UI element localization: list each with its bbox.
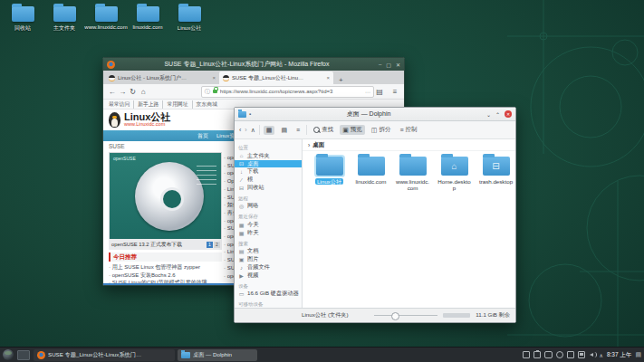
close-button[interactable]: ✕ xyxy=(396,62,400,68)
article-link[interactable]: · 用上 SUSE Linux 包管理神器 zypper xyxy=(109,263,225,272)
page-actions-icon[interactable]: ⋯ xyxy=(365,89,370,95)
places-item[interactable]: 搜索 xyxy=(235,240,302,248)
article-link[interactable]: · openSUSE 安装Bochs 2.6 xyxy=(109,272,225,280)
forward-button[interactable]: › xyxy=(245,127,246,133)
place-label: 网络 xyxy=(247,202,258,210)
folder-icon xyxy=(441,157,468,176)
places-item[interactable]: 文档 xyxy=(235,248,302,256)
places-item[interactable]: 音频文件 xyxy=(235,263,302,272)
bookmark-item[interactable]: 常用网址 xyxy=(162,100,187,109)
close-button[interactable]: ✕ xyxy=(505,110,512,118)
preview-button[interactable]: ▣预览 xyxy=(340,125,365,135)
tab-close-icon[interactable]: × xyxy=(326,75,330,81)
desktop-icon[interactable]: Linux公社 xyxy=(168,4,210,33)
promo-caption-bar: openSUSE 13.2 正式发布下载 12 xyxy=(109,239,222,250)
task-app-icon xyxy=(181,352,190,358)
desktop-icon[interactable]: www.linuxidc.com xyxy=(85,4,127,33)
application-launcher-icon[interactable] xyxy=(3,349,14,360)
tray-icon[interactable] xyxy=(544,351,553,358)
firefox-window-title: SUSE 专题_Linux公社-Linux系统门户网站 - Mozilla Fi… xyxy=(115,60,379,69)
menu-icon[interactable]: ≡ xyxy=(389,88,400,96)
places-item[interactable]: 今天 xyxy=(235,221,302,229)
places-item[interactable]: 远程 xyxy=(235,195,302,203)
library-icon[interactable]: ▤ xyxy=(374,88,385,96)
places-item[interactable]: 昨天 xyxy=(235,229,302,237)
file-item[interactable]: Home.desktop xyxy=(435,157,474,191)
place-icon xyxy=(238,177,245,183)
dolphin-titlebar[interactable]: ▪ 桌面 — Dolphin ⌄ ⌃ ✕ xyxy=(235,108,515,121)
tray-icon[interactable] xyxy=(578,351,585,358)
desktop-icon[interactable]: 主文件夹 xyxy=(43,4,85,33)
dolphin-window: ▪ 桌面 — Dolphin ⌄ ⌃ ✕ ‹ › ∧ ▦ ▤ ≡ 查找 ▣预览 … xyxy=(234,107,516,323)
maximize-button[interactable]: ▢ xyxy=(386,62,391,68)
tab-close-icon[interactable]: × xyxy=(212,75,216,81)
back-button[interactable]: ← xyxy=(107,88,117,96)
places-item[interactable]: 16.6 GiB 硬盘驱动器 xyxy=(235,291,302,299)
promo-caption[interactable]: openSUSE 13.2 正式发布下载 xyxy=(111,241,182,249)
view-icons-button[interactable]: ▦ xyxy=(264,126,275,135)
split-button[interactable]: ◫拆分 xyxy=(369,125,394,135)
places-item[interactable]: 位置 xyxy=(235,144,302,152)
places-item[interactable]: 下载 xyxy=(235,167,302,176)
forward-button[interactable]: → xyxy=(117,88,127,96)
minimize-button[interactable]: ⌄ xyxy=(486,111,491,118)
promo-image[interactable]: openSUSE xyxy=(109,152,222,241)
file-item[interactable]: www.linuxidc.com xyxy=(393,157,432,191)
panel-cashew-icon[interactable]: ▤ xyxy=(635,351,641,358)
virtual-desktop-pager[interactable] xyxy=(17,350,30,360)
pager-button[interactable]: 1 xyxy=(207,242,213,248)
view-compact-button[interactable]: ▤ xyxy=(278,126,290,135)
places-item[interactable]: 最近保存 xyxy=(235,213,302,221)
view-details-button[interactable]: ≡ xyxy=(293,126,303,134)
tray-icon[interactable] xyxy=(533,351,541,358)
site-info-icon[interactable]: ⓘ xyxy=(205,88,210,96)
home-button[interactable]: ⌂ xyxy=(138,88,148,96)
file-item[interactable]: Linux公社 xyxy=(310,157,349,185)
file-label: trash.desktop xyxy=(477,178,514,185)
clock[interactable]: 8:37 上午 xyxy=(607,351,631,359)
file-item[interactable]: linuxidc.com xyxy=(351,157,390,185)
desktop-icon[interactable]: 回收站 xyxy=(2,4,43,33)
pager-button[interactable]: 2 xyxy=(214,242,220,248)
places-item[interactable]: 主文件夹 xyxy=(235,152,302,160)
slider-knob[interactable] xyxy=(391,312,399,320)
bookmark-item[interactable]: 新手上路 xyxy=(133,100,159,109)
places-item[interactable]: 视频 xyxy=(235,272,302,280)
places-item[interactable]: 根 xyxy=(235,176,302,184)
up-button[interactable]: ∧ xyxy=(251,127,255,134)
tray-icon[interactable] xyxy=(589,351,596,358)
tray-icon[interactable] xyxy=(556,351,563,358)
places-item[interactable]: 网络 xyxy=(235,203,302,211)
maximize-button[interactable]: ⌃ xyxy=(495,111,500,118)
places-item[interactable]: 回收站 xyxy=(235,184,302,192)
task-button[interactable]: 桌面 — Dolphin xyxy=(178,349,257,361)
places-item[interactable]: 图片 xyxy=(235,255,302,263)
new-tab-button[interactable]: + xyxy=(339,76,343,84)
address-bar[interactable]: ⓘ https://www.linuxidc.com/topicnews.asp… xyxy=(201,86,374,98)
zoom-slider[interactable] xyxy=(374,315,437,316)
bookmark-item[interactable]: 京东商城 xyxy=(192,100,217,109)
minimize-button[interactable]: – xyxy=(379,62,381,68)
places-item[interactable]: 设备 xyxy=(235,282,302,291)
tray-expand-icon[interactable]: ∧ xyxy=(600,352,603,358)
reload-button[interactable]: ↻ xyxy=(128,88,138,96)
folder-icon xyxy=(95,6,118,22)
back-button[interactable]: ‹ xyxy=(239,127,241,133)
article-link[interactable]: · SUSE Linux的CPU节能模式引发的故障 xyxy=(109,279,225,283)
task-button[interactable]: SUSE 专题_Linux公社-Linux系统门… xyxy=(34,349,175,361)
tray-icon[interactable] xyxy=(567,351,574,358)
site-nav-item[interactable]: 首页 xyxy=(197,132,208,140)
find-button[interactable]: 查找 xyxy=(311,125,336,135)
browser-tab[interactable]: Linux公社 - Linux系统门户… × xyxy=(105,71,219,84)
breadcrumb[interactable]: › 桌面 xyxy=(303,139,515,151)
breadcrumb-current[interactable]: 桌面 xyxy=(312,141,324,149)
control-button[interactable]: ≡控制 xyxy=(397,125,419,135)
bookmark-item[interactable]: 最常访问 xyxy=(109,100,130,109)
file-item[interactable]: trash.desktop xyxy=(476,157,515,185)
desktop-icon[interactable]: linuxidc.com xyxy=(127,4,168,33)
tray-icon[interactable] xyxy=(523,351,530,358)
place-label: 搜索 xyxy=(238,241,248,247)
firefox-titlebar[interactable]: SUSE 专题_Linux公社-Linux系统门户网站 - Mozilla Fi… xyxy=(103,58,404,71)
places-item[interactable]: 桌面 xyxy=(235,160,302,168)
browser-tab-active[interactable]: SUSE 专题_Linux公社-Linu… × xyxy=(219,71,333,84)
